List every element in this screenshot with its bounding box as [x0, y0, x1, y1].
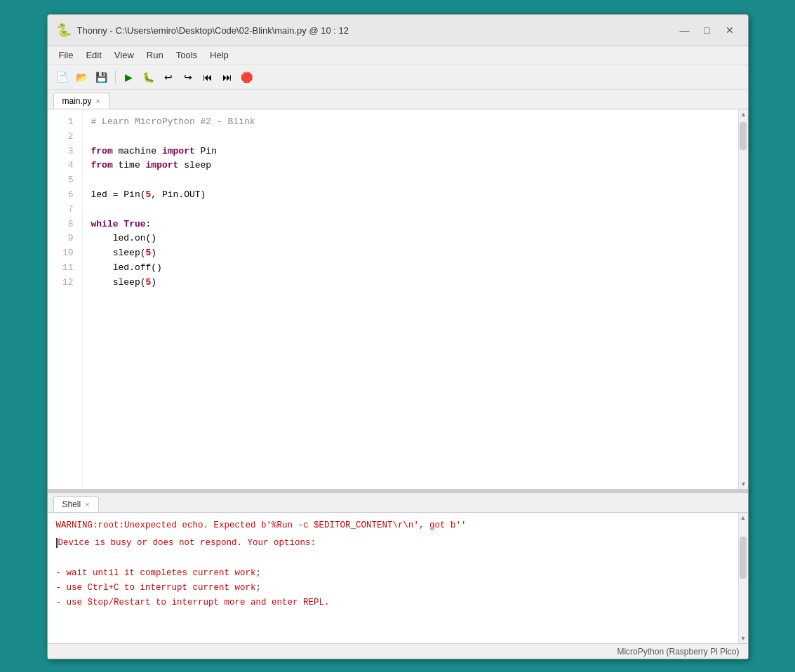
shell-option-3: - use Stop/Restart to interrupt more and…: [56, 596, 734, 610]
shell-scroll-down-arrow[interactable]: ▼: [738, 633, 748, 643]
scroll-up-arrow[interactable]: ▲: [739, 109, 748, 119]
shell-warning-line: WARNING:root:Unexpected echo. Expected b…: [56, 518, 734, 533]
run-button[interactable]: ▶: [120, 68, 138, 86]
code-line-7: [91, 203, 730, 217]
line-num-7: 7: [51, 203, 79, 217]
shell-device-text: Device is busy or does not respond. Your…: [58, 538, 316, 548]
title-bar: 🐍 Thonny - C:\Users\emiro\Desktop\Code\0…: [48, 15, 748, 46]
scroll-down-arrow[interactable]: ▼: [739, 479, 748, 489]
shell-device-line: Device is busy or does not respond. Your…: [56, 536, 734, 551]
shell-scroll-up-arrow[interactable]: ▲: [738, 513, 748, 523]
maximize-button[interactable]: □: [697, 20, 717, 40]
line-num-6: 6: [51, 188, 79, 203]
toolbar: 📄 📂 💾 ▶ 🐛 ↩ ↪ ⏮ ⏭ 🛑: [48, 65, 748, 90]
menu-tools[interactable]: Tools: [171, 48, 203, 62]
code-line-2: [91, 130, 730, 145]
shell-scroll-thumb[interactable]: [740, 537, 747, 579]
editor-tabs-bar: main.py ×: [48, 90, 748, 109]
window-title: Thonny - C:\Users\emiro\Desktop\Code\02-…: [77, 25, 349, 36]
line-num-4: 4: [51, 159, 79, 173]
open-file-button[interactable]: 📂: [73, 68, 91, 86]
title-bar-left: 🐍 Thonny - C:\Users\emiro\Desktop\Code\0…: [56, 22, 349, 38]
code-line-4: from time import sleep: [91, 159, 730, 173]
tab-label: main.py: [62, 96, 92, 106]
minimize-button[interactable]: —: [675, 20, 695, 40]
close-button[interactable]: ✕: [720, 20, 740, 40]
tab-close-icon[interactable]: ×: [96, 97, 100, 105]
menu-file[interactable]: File: [53, 48, 79, 62]
line-num-3: 3: [51, 145, 79, 159]
shell-section: Shell × WARNING:root:Unexpected echo. Ex…: [48, 489, 748, 643]
shell-empty-line: [56, 551, 734, 566]
line-num-8: 8: [51, 217, 79, 232]
shell-scrollbar[interactable]: ▲ ▼: [738, 513, 748, 643]
line-num-11: 11: [51, 261, 79, 276]
comment-1: # Learn MicroPython #2 - Blink: [91, 116, 255, 127]
menu-bar: File Edit View Run Tools Help: [48, 46, 748, 65]
shell-tabs-bar: Shell ×: [48, 493, 748, 513]
resume-button[interactable]: ⏭: [218, 68, 236, 86]
step-back-button[interactable]: ⏮: [199, 68, 217, 86]
line-num-5: 5: [51, 173, 79, 188]
step-over-button[interactable]: ↩: [159, 68, 178, 86]
line-num-12: 12: [51, 276, 79, 290]
shell-cursor-icon: [56, 538, 58, 548]
num-5-10: 5: [146, 248, 152, 258]
code-line-10: sleep(5): [91, 246, 730, 261]
code-line-1: # Learn MicroPython #2 - Blink: [91, 115, 730, 130]
line-num-1: 1: [51, 115, 79, 130]
shell-tab-label: Shell: [62, 499, 81, 509]
editor-area: 1 2 3 4 5 6 7 8 9 10 11 12 # Learn Micro…: [48, 109, 748, 489]
main-window: 🐍 Thonny - C:\Users\emiro\Desktop\Code\0…: [47, 14, 749, 659]
menu-help[interactable]: Help: [204, 48, 234, 62]
step-into-button[interactable]: ↪: [179, 68, 197, 86]
kw-import-4: import: [146, 160, 179, 170]
menu-run[interactable]: Run: [141, 48, 169, 62]
shell-option-1: - wait until it completes current work;: [56, 566, 734, 581]
menu-edit[interactable]: Edit: [80, 48, 107, 62]
code-line-12: sleep(5): [91, 276, 730, 290]
shell-tab[interactable]: Shell ×: [53, 496, 99, 512]
line-num-2: 2: [51, 130, 79, 145]
code-line-6: led = Pin(5, Pin.OUT): [91, 188, 730, 203]
debug-button[interactable]: 🐛: [140, 68, 158, 86]
num-5-6: 5: [146, 189, 152, 200]
editor-scrollbar[interactable]: ▲ ▼: [738, 109, 748, 489]
kw-while-8: while: [91, 219, 119, 229]
num-5-12: 5: [146, 277, 152, 288]
code-line-5: [91, 173, 730, 188]
shell-tab-close-icon[interactable]: ×: [85, 500, 89, 509]
app-icon: 🐍: [56, 22, 72, 38]
stop-button[interactable]: 🛑: [238, 68, 256, 86]
kw-from-4: from: [91, 160, 113, 170]
code-line-3: from machine import Pin: [91, 145, 730, 159]
line-num-9: 9: [51, 231, 79, 246]
save-file-button[interactable]: 💾: [93, 68, 111, 86]
status-text: MicroPython (Raspberry Pi Pico): [617, 647, 739, 657]
toolbar-separator-1: [115, 70, 116, 84]
line-num-10: 10: [51, 246, 79, 261]
code-line-11: led.off(): [91, 261, 730, 276]
editor-tab-main[interactable]: main.py ×: [53, 93, 109, 109]
code-editor[interactable]: # Learn MicroPython #2 - Blink from mach…: [83, 109, 738, 489]
menu-view[interactable]: View: [109, 48, 140, 62]
kw-import-3: import: [162, 146, 195, 156]
scroll-thumb[interactable]: [740, 122, 747, 150]
code-line-9: led.on(): [91, 231, 730, 246]
shell-content-wrapper: WARNING:root:Unexpected echo. Expected b…: [48, 513, 748, 643]
new-file-button[interactable]: 📄: [53, 68, 72, 86]
kw-from-3: from: [91, 146, 113, 156]
line-numbers: 1 2 3 4 5 6 7 8 9 10 11 12: [48, 109, 83, 489]
window-controls: — □ ✕: [675, 20, 740, 40]
shell-option-2: - use Ctrl+C to interrupt current work;: [56, 581, 734, 596]
code-line-8: while True:: [91, 217, 730, 232]
shell-output[interactable]: WARNING:root:Unexpected echo. Expected b…: [48, 513, 748, 643]
kw-true-8: True: [123, 219, 145, 229]
status-bar: MicroPython (Raspberry Pi Pico): [48, 643, 748, 659]
